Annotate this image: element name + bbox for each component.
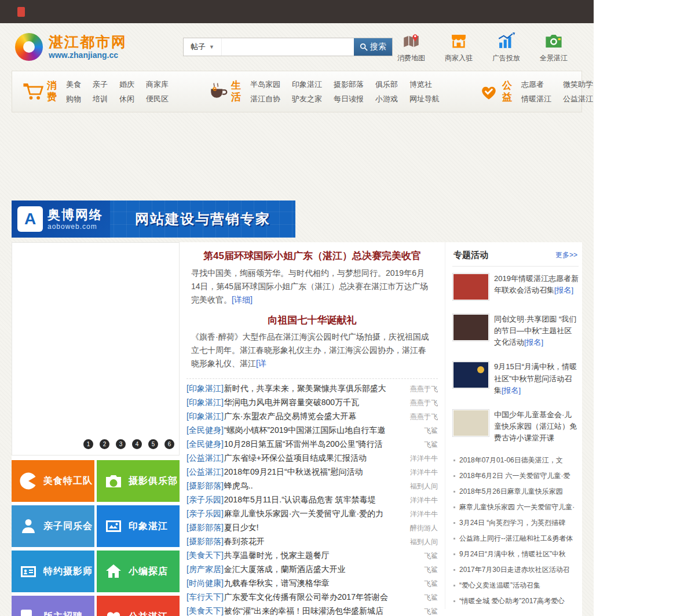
nav-link[interactable]: 情暖湛江 (521, 94, 551, 104)
slider-dot[interactable]: 5 (148, 439, 158, 449)
tile-impression-zhanjiang[interactable]: 印象湛江 (97, 505, 180, 547)
news-category[interactable]: [亲子乐园] (186, 495, 224, 505)
activity-thumbnail[interactable] (452, 273, 489, 301)
feature-headline-2[interactable]: 向祖国七十华诞献礼 (186, 314, 438, 327)
activity-thumbnail[interactable] (452, 409, 489, 437)
news-title[interactable]: 被你“灌”出来的幸福！田味灌汤包华盛新城店 (224, 606, 419, 616)
news-category[interactable]: [摄影部落] (186, 537, 224, 547)
news-title[interactable]: 华润电力风电并网容量突破800万千瓦 (224, 398, 405, 408)
activity-title[interactable]: 中国少年儿童基金会·儿童快乐家园（湛江站）免费古诗小课堂开课 (494, 410, 577, 442)
news-title[interactable]: 广东·东盟农产品交易博览会盛大开幕 (224, 411, 405, 422)
nav-link[interactable]: 便民区 (146, 94, 169, 104)
quicklink-panorama[interactable]: 全景湛江 (537, 31, 570, 63)
news-author[interactable]: 飞鲨 (424, 551, 438, 561)
news-author[interactable]: 福到人间 (410, 482, 438, 491)
slider-dot[interactable]: 1 (83, 439, 93, 449)
nav-link[interactable]: 亲子 (93, 79, 108, 90)
quicklink-consumer-map[interactable]: 消费地图 (394, 31, 428, 63)
slider-dot[interactable]: 4 (132, 439, 142, 449)
nav-link[interactable]: 休闲 (119, 94, 134, 104)
nav-link[interactable]: 微笑助学 (563, 79, 593, 90)
nav-link[interactable]: 摄影部落 (334, 79, 364, 90)
news-author[interactable]: 飞鲨 (424, 579, 438, 589)
quicklink-ad-service[interactable]: 广告投放 (489, 31, 523, 63)
tile-contract-photographer[interactable]: 特约摄影师 (12, 551, 94, 592)
site-logo[interactable]: 湛江都市网 www.zhanjiang.cc (15, 33, 160, 61)
nav-link[interactable]: 美食 (66, 79, 81, 90)
news-title[interactable]: 九载春华秋实，谱写澳格华章 (224, 578, 419, 589)
news-title[interactable]: 共享温馨时光，悦家主题餐厅 (224, 551, 419, 561)
activity-list-item[interactable]: 2017年7月30日走进赤坎社区活动召 (452, 562, 579, 578)
news-category[interactable]: [公益湛江] (186, 453, 224, 464)
news-title[interactable]: “螺岗小镇杯”2019中国湛江国际山地自行车邀 (224, 425, 419, 436)
nav-link[interactable]: 网址导航 (409, 94, 440, 104)
nav-link[interactable]: 志愿者 (521, 79, 551, 90)
news-title[interactable]: 金汇大厦落成，蘭斯酒店盛大开业 (224, 564, 419, 575)
news-title[interactable]: 麻章儿童快乐家园·六一关爱留守儿童·爱的力 (224, 509, 405, 519)
feature-headline-1[interactable]: 第45届环球国际小姐广东（湛江）总决赛完美收官 (186, 249, 438, 263)
news-category[interactable]: [印象湛江] (186, 398, 224, 408)
news-title[interactable]: 广东省绿+环保公益项目结成果汇报活动 (224, 453, 405, 464)
activity-list-item[interactable]: 9月24日“月满中秋，情暖社区”中秋 (452, 546, 579, 562)
nav-link[interactable]: 每日读报 (334, 94, 364, 104)
news-author[interactable]: 飞鲨 (424, 440, 438, 450)
detail-link[interactable]: [详 (256, 359, 266, 368)
nav-link[interactable]: 公益湛江 (563, 94, 593, 104)
tile-moderator-recruit[interactable]: 版主招聘 (12, 596, 94, 616)
nav-link[interactable]: 印象湛江 (292, 79, 322, 90)
signup-link[interactable]: [报名] (554, 286, 573, 294)
activity-list-item[interactable]: 2018年6月2日 六一关爱留守儿童·爱 (452, 468, 579, 484)
news-category[interactable]: [亲子乐园] (186, 509, 224, 519)
tile-editor-visits[interactable]: 小编探店 (97, 551, 180, 592)
activity-list-item[interactable]: 麻章儿童快乐家园 六一关爱留守儿童· (452, 500, 579, 515)
aoboweb-banner[interactable]: A 奥博网络 aoboweb.com 网站建设与营销专家 (12, 201, 295, 238)
detail-link[interactable]: [详细] (232, 295, 253, 304)
activity-list-item[interactable]: 2018年07月01-06日德美湛江，文 (452, 453, 579, 468)
activity-item[interactable]: 同创文明·共享团圆 “我们的节日—中秋”主题社区文化活动[报名] (452, 307, 579, 355)
news-title[interactable]: 夏日少女! (224, 523, 405, 533)
signup-link[interactable]: [报名] (502, 386, 521, 395)
activity-item[interactable]: 2019年情暖湛江志愿者新年联欢会活动召集[报名] (452, 267, 579, 307)
news-title[interactable]: 2018年5月11日.“认识毒品危害 筑牢禁毒堤 (224, 495, 405, 505)
search-scope-dropdown[interactable]: 帖子 ▼ (184, 38, 222, 56)
activity-list-item[interactable]: 公益路上同行--湛江融和社工&勇者体 (452, 531, 579, 546)
news-category[interactable]: [全民健身] (186, 425, 224, 436)
tile-charity-zhanjiang[interactable]: 公益湛江 (97, 596, 180, 616)
news-title[interactable]: 2018年09月21日“中秋送祝福”慰问活动 (224, 467, 405, 478)
news-title[interactable]: 新时代，共享未来，聚美聚慷共享俱乐部盛大 (224, 384, 405, 394)
news-author[interactable]: 洋洋牛牛 (410, 468, 438, 478)
search-button[interactable]: 搜索 (354, 38, 392, 56)
news-category[interactable]: [美食天下] (186, 606, 224, 616)
image-slider[interactable]: 1 2 3 4 5 6 (12, 242, 180, 455)
nav-link[interactable]: 湛江自协 (250, 94, 280, 104)
news-author[interactable]: 洋洋牛牛 (410, 509, 438, 519)
news-category[interactable]: [车行天下] (186, 592, 224, 603)
news-author[interactable]: 燕燕于飞 (410, 412, 438, 422)
tile-food-team[interactable]: 美食特工队 (12, 460, 94, 502)
slider-dot[interactable]: 2 (100, 439, 109, 449)
news-author[interactable]: 洋洋牛牛 (410, 495, 438, 505)
news-category[interactable]: [房产家居] (186, 564, 224, 575)
activity-thumbnail[interactable] (452, 361, 489, 389)
news-category[interactable]: [印象湛江] (186, 411, 224, 422)
activity-thumbnail[interactable] (452, 314, 489, 341)
tile-parent-child-club[interactable]: 亲子同乐会 (12, 505, 94, 547)
nav-link[interactable]: 博览社 (409, 79, 440, 90)
news-title[interactable]: 蜂虎鸟.. (224, 481, 405, 491)
quicklink-merchant-join[interactable]: 商家入驻 (442, 31, 475, 63)
news-category[interactable]: [印象湛江] (186, 384, 224, 394)
news-title[interactable]: 10月28日第五届“环雷州半岛200公里”骑行活 (224, 439, 419, 450)
news-category[interactable]: [公益湛江] (186, 467, 224, 478)
nav-link[interactable]: 购物 (66, 94, 81, 104)
activity-list-item[interactable]: 2018年5月26日麻章儿童快乐家园 (452, 484, 579, 500)
slider-dot[interactable]: 3 (116, 439, 126, 449)
news-author[interactable]: 飞鲨 (424, 565, 438, 575)
signup-link[interactable]: [报名] (524, 338, 543, 347)
activity-list-item[interactable]: 3月24日 “向英烈学习，为英烈描碑 (452, 515, 579, 531)
nav-link[interactable]: 商家库 (146, 79, 169, 90)
news-category[interactable]: [全民健身] (186, 439, 224, 450)
nav-link[interactable]: 婚庆 (119, 79, 134, 90)
nav-link[interactable]: 驴友之家 (292, 94, 322, 104)
news-author[interactable]: 醉街游人 (410, 523, 438, 533)
nav-link[interactable]: 培训 (93, 94, 108, 104)
